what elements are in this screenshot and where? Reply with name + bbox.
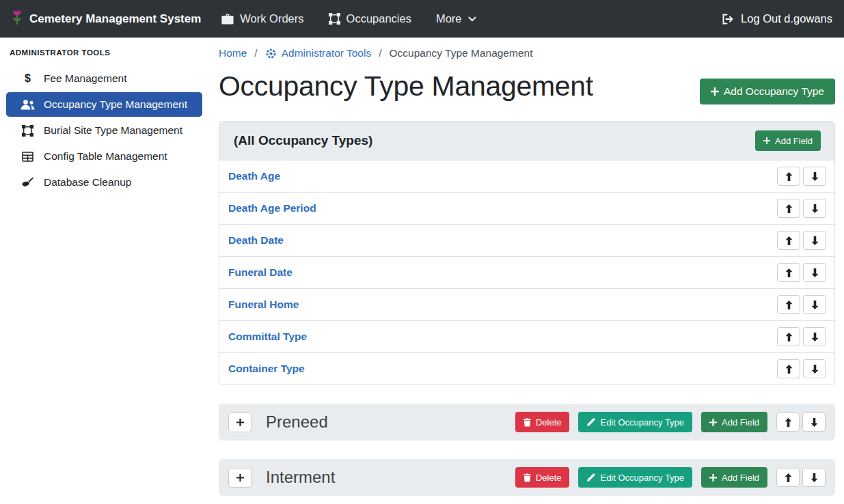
- add-field-button[interactable]: Add Field: [701, 412, 767, 432]
- move-up-button[interactable]: [777, 199, 800, 218]
- users-icon: [21, 99, 35, 110]
- sidebar-item-label: Burial Site Type Management: [44, 124, 182, 137]
- move-up-button[interactable]: [777, 231, 800, 250]
- move-up-button[interactable]: [776, 412, 800, 432]
- field-row: Container Type: [219, 352, 834, 384]
- sidebar-item-occupancy-type-management[interactable]: Occupancy Type Management: [6, 92, 202, 117]
- chevron-down-icon: [468, 16, 476, 22]
- plus-icon: [709, 419, 717, 426]
- nav-item-work-orders[interactable]: Work Orders: [221, 12, 303, 25]
- move-down-button[interactable]: [803, 327, 826, 346]
- breadcrumb-current: Occupancy Type Management: [390, 47, 533, 59]
- move-down-button[interactable]: [803, 263, 826, 282]
- arrow-down-icon: [811, 365, 819, 374]
- logout-icon: [722, 14, 735, 25]
- card-header: (All Occupancy Types) Add Field: [219, 122, 834, 160]
- arrow-down-icon: [811, 268, 819, 277]
- reorder-controls: [777, 359, 826, 378]
- trash-icon: [523, 473, 531, 482]
- field-row: Funeral Date: [219, 256, 834, 288]
- app-brand[interactable]: Cemetery Management System: [12, 10, 201, 28]
- move-down-button[interactable]: [802, 412, 826, 432]
- arrow-down-icon: [811, 204, 819, 213]
- breadcrumb: Home / Administrator Tools / Occupancy T…: [219, 47, 835, 59]
- logout-button[interactable]: Log Out d.gowans: [722, 12, 832, 25]
- sidebar-item-fee-management[interactable]: $Fee Management: [6, 66, 202, 91]
- arrow-down-icon: [811, 333, 819, 341]
- card-title: (All Occupancy Types): [234, 133, 372, 148]
- sidebar-item-label: Occupancy Type Management: [44, 98, 187, 111]
- plus-icon: [711, 87, 719, 96]
- arrow-down-icon: [811, 418, 818, 427]
- field-row: Death Age: [219, 160, 834, 192]
- occupancy-type-sections: PreneedDeleteEdit Occupancy TypeAdd Fiel…: [219, 404, 835, 496]
- add-field-button[interactable]: Add Field: [755, 130, 821, 151]
- sidebar-item-burial-site-type-management[interactable]: Burial Site Type Management: [6, 118, 202, 143]
- add-occupancy-type-button[interactable]: Add Occupancy Type: [700, 79, 835, 104]
- move-up-button[interactable]: [777, 295, 800, 314]
- field-row: Committal Type: [219, 320, 834, 352]
- add-field-button[interactable]: Add Field: [701, 467, 767, 488]
- field-link[interactable]: Death Date: [228, 234, 284, 247]
- move-up-button[interactable]: [776, 468, 800, 487]
- arrow-up-icon: [785, 333, 793, 341]
- nav-item-more[interactable]: More: [436, 12, 476, 25]
- plus-icon: [236, 419, 244, 426]
- move-down-button[interactable]: [802, 468, 826, 487]
- sidebar-item-config-table-management[interactable]: Config Table Management: [6, 144, 202, 169]
- sidebar-item-database-cleanup[interactable]: Database Cleanup: [6, 170, 202, 195]
- move-up-button[interactable]: [777, 359, 800, 378]
- nav-item-occupancies[interactable]: Occupancies: [329, 12, 411, 25]
- flower-logo-icon: [12, 10, 23, 28]
- sidebar-item-label: Database Cleanup: [44, 176, 131, 188]
- reorder-controls: [777, 327, 826, 346]
- move-down-button[interactable]: [803, 167, 826, 186]
- logout-label: Log Out d.gowans: [741, 12, 832, 25]
- expand-section-button[interactable]: [228, 412, 251, 432]
- field-link[interactable]: Committal Type: [228, 331, 307, 343]
- expand-section-button[interactable]: [228, 468, 251, 488]
- move-down-button[interactable]: [803, 359, 826, 378]
- page-title: Occupancy Type Management: [219, 70, 593, 102]
- edit-occupancy-type-button[interactable]: Edit Occupancy Type: [578, 412, 692, 432]
- breadcrumb-separator: /: [254, 47, 257, 59]
- broom-icon: [21, 177, 34, 188]
- edit-occupancy-type-button[interactable]: Edit Occupancy Type: [578, 467, 692, 488]
- sidebar-item-label: Config Table Management: [44, 150, 167, 163]
- breadcrumb-admin-tools-link[interactable]: Administrator Tools: [265, 47, 372, 59]
- field-link[interactable]: Death Age Period: [228, 202, 316, 214]
- page-head: Occupancy Type Management Add Occupancy …: [219, 70, 835, 104]
- field-link[interactable]: Death Age: [228, 170, 280, 182]
- pencil-icon: [586, 418, 595, 427]
- delete-section-button[interactable]: Delete: [515, 412, 570, 432]
- occupancies-icon: [329, 13, 340, 25]
- field-link[interactable]: Funeral Home: [228, 298, 299, 311]
- move-down-button[interactable]: [803, 199, 826, 218]
- arrow-up-icon: [785, 300, 793, 309]
- app-title: Cemetery Management System: [29, 12, 201, 26]
- breadcrumb-home-link[interactable]: Home: [219, 47, 247, 59]
- arrow-up-icon: [785, 236, 793, 245]
- delete-section-button[interactable]: Delete: [515, 467, 570, 488]
- move-up-button[interactable]: [777, 167, 800, 186]
- reorder-controls: [777, 199, 826, 218]
- field-link[interactable]: Container Type: [228, 363, 305, 375]
- plus-icon: [236, 474, 244, 481]
- section-title: Preneed: [266, 412, 328, 432]
- plus-icon: [763, 137, 770, 144]
- arrow-down-icon: [811, 473, 818, 482]
- sidebar-item-label: Fee Management: [44, 72, 127, 85]
- field-link[interactable]: Funeral Date: [228, 266, 292, 279]
- move-up-button[interactable]: [777, 263, 800, 282]
- sidebar-header: Administrator Tools: [0, 43, 208, 65]
- move-down-button[interactable]: [803, 295, 826, 314]
- arrow-up-icon: [785, 473, 792, 482]
- arrow-down-icon: [811, 236, 819, 245]
- move-down-button[interactable]: [803, 231, 826, 250]
- sidebar: Administrator Tools $Fee ManagementOccup…: [0, 38, 208, 504]
- move-up-button[interactable]: [777, 327, 800, 346]
- field-row: Death Age Period: [219, 192, 834, 224]
- arrow-up-icon: [785, 172, 793, 181]
- arrow-up-icon: [785, 268, 793, 277]
- reorder-controls: [777, 263, 826, 282]
